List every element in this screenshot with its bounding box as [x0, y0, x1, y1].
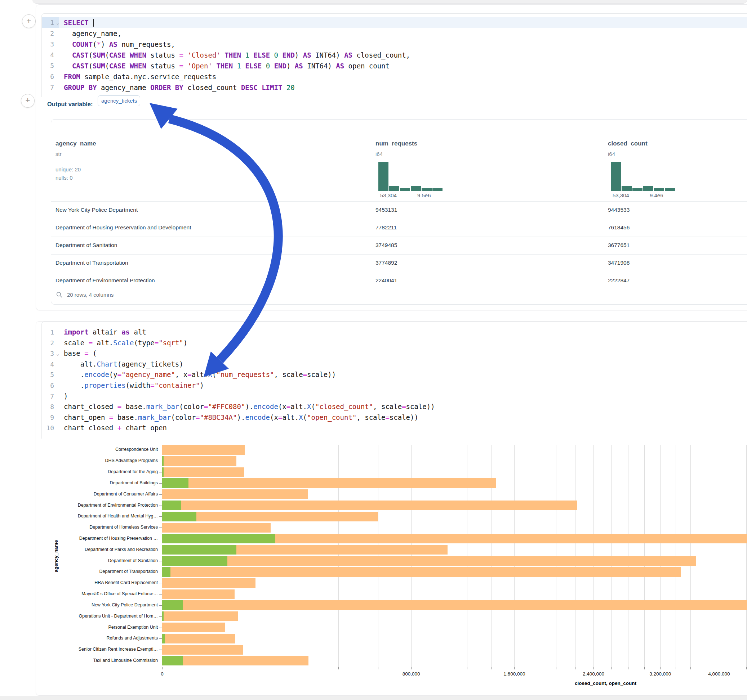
line-number: 10: [42, 423, 59, 433]
histogram-bar: [654, 188, 664, 191]
code-line[interactable]: 8chart_closed = base.mark_bar(color="#FF…: [42, 401, 747, 412]
code-line[interactable]: 7): [42, 391, 747, 402]
code-line[interactable]: 5 CAST(SUM(CASE WHEN status = 'Open' THE…: [42, 60, 747, 71]
cell-num-requests: 2240041: [375, 277, 397, 284]
code-line[interactable]: 2 agency_name,: [42, 28, 747, 39]
dataframe-preview-card: agency_name str unique: 20 nulls: 0 num_…: [51, 119, 747, 305]
histogram-bar: [432, 188, 443, 191]
search-icon[interactable]: [56, 292, 63, 298]
histogram-labels: 53,304 9.4e6: [611, 192, 694, 199]
text-cursor: [93, 19, 94, 27]
cell-agency-name: Department of Housing Preservation and D…: [56, 224, 191, 231]
line-number: 2: [42, 28, 59, 39]
code-text: GROUP BY agency_name ORDER BY closed_cou…: [64, 82, 295, 93]
code-text: chart_open = base.mark_bar(color="#8BC34…: [64, 412, 418, 423]
line-number: 3⌄: [42, 348, 59, 359]
code-line[interactable]: 5 .encode(y="agency_name", x=alt.X("num_…: [42, 370, 747, 380]
cell-closed-count: 9443533: [608, 207, 629, 213]
histogram-num-requests: [378, 162, 444, 191]
code-text: import altair as alt: [64, 327, 146, 338]
line-number: 1: [42, 327, 59, 338]
column-stat-nulls: nulls: 0: [56, 173, 73, 182]
code-line[interactable]: 2scale = alt.Scale(type="sqrt"): [42, 338, 747, 348]
cell-num-requests: 3774892: [375, 259, 397, 266]
line-number: 7: [42, 391, 59, 402]
histogram-bar: [422, 188, 432, 191]
cell-num-requests: 9453131: [375, 207, 397, 213]
code-text: COUNT(*) AS num_requests,: [64, 39, 175, 50]
divider: [41, 111, 747, 111]
histogram-labels: 53,304 9.5e6: [378, 192, 461, 199]
line-number: 6: [42, 71, 59, 82]
cell-agency-name: Department of Transportation: [56, 259, 128, 266]
table-footer[interactable]: 20 rows, 4 columns: [56, 291, 113, 299]
histogram-bar: [389, 186, 399, 191]
cell-num-requests: 7782211: [375, 224, 397, 231]
code-text: .encode(y="agency_name", x=alt.X("num_re…: [64, 370, 336, 380]
python-code-editor[interactable]: 1import altair as alt2scale = alt.Scale(…: [41, 321, 747, 439]
line-number: 1⌄: [42, 17, 59, 28]
code-line[interactable]: 10chart_closed + chart_open: [42, 423, 747, 433]
table-shape-text: 20 rows, 4 columns: [67, 292, 113, 298]
code-text: alt.Chart(agency_tickets): [64, 359, 183, 370]
code-line[interactable]: 6FROM sample_data.nyc.service_requests: [42, 71, 747, 82]
column-type: i64: [608, 151, 615, 157]
histogram-bar: [411, 186, 421, 191]
code-line[interactable]: 6 .properties(width="container"): [42, 380, 747, 391]
table-row: Department of Environmental Protection22…: [51, 272, 747, 290]
line-number: 9: [42, 412, 59, 423]
add-cell-button-middle[interactable]: +: [21, 94, 35, 108]
output-variable-label: Output variable:: [47, 98, 93, 110]
code-line[interactable]: 4 CAST(SUM(CASE WHEN status = 'Closed' T…: [42, 50, 747, 60]
code-text: SELECT: [64, 17, 94, 28]
fold-chevron-icon[interactable]: ⌄: [54, 348, 59, 359]
cell-closed-count: 7618456: [608, 224, 629, 231]
output-variable-input[interactable]: agency_tickets: [98, 95, 140, 106]
cell-closed-count: 3471908: [608, 259, 629, 266]
code-text: base = (: [64, 348, 97, 359]
column-header-agency-name: agency_name: [56, 140, 96, 147]
cell-num-requests: 3749485: [375, 242, 397, 249]
code-line[interactable]: 4 alt.Chart(agency_tickets): [42, 359, 747, 370]
code-line[interactable]: 1import altair as alt: [42, 327, 747, 338]
table-row: Department of Sanitation37494853677651: [51, 237, 747, 255]
code-text: CAST(SUM(CASE WHEN status = 'Open' THEN …: [64, 60, 390, 71]
code-text: agency_name,: [64, 28, 121, 39]
line-number: 2: [42, 338, 59, 348]
column-header-num-requests: num_requests: [375, 140, 417, 147]
code-text: ): [64, 391, 68, 402]
code-line[interactable]: 3 COUNT(*) AS num_requests,: [42, 39, 747, 50]
add-cell-button-top[interactable]: +: [22, 14, 36, 28]
previous-cell-edge: [32, 0, 747, 4]
histogram-closed-count: [611, 162, 676, 191]
line-number: 5: [42, 370, 59, 380]
histogram-bar: [621, 186, 632, 191]
table-row: Department of Transportation377489234719…: [51, 254, 747, 272]
histogram-bar: [643, 186, 653, 191]
cell-agency-name: Department of Environmental Protection: [56, 277, 155, 284]
code-line[interactable]: 7GROUP BY agency_name ORDER BY closed_co…: [42, 82, 747, 93]
column-header-closed-count: closed_count: [608, 140, 647, 147]
table-row: Department of Housing Preservation and D…: [51, 219, 747, 237]
sql-code-editor[interactable]: 1⌄SELECT 2 agency_name,3 COUNT(*) AS num…: [41, 13, 747, 97]
sql-cell-card: 1⌄SELECT 2 agency_name,3 COUNT(*) AS num…: [36, 5, 747, 311]
line-number: 8: [42, 401, 59, 412]
table-row: New York City Police Department945313194…: [51, 201, 747, 219]
code-line[interactable]: 9chart_open = base.mark_bar(color="#8BC3…: [42, 412, 747, 423]
histogram-bar: [400, 188, 410, 191]
code-text: chart_closed + chart_open: [64, 423, 167, 433]
code-text: FROM sample_data.nyc.service_requests: [64, 71, 216, 82]
code-text: CAST(SUM(CASE WHEN status = 'Closed' THE…: [64, 50, 410, 60]
line-number: 5: [42, 60, 59, 71]
histogram-bar: [665, 188, 675, 191]
column-type: str: [56, 151, 62, 157]
code-text: chart_closed = base.mark_bar(color="#FFC…: [64, 401, 435, 412]
fold-chevron-icon[interactable]: ⌄: [54, 18, 59, 29]
code-text: .properties(width="container"): [64, 380, 204, 391]
code-text: scale = alt.Scale(type="sqrt"): [64, 338, 188, 348]
line-number: 6: [42, 380, 59, 391]
line-number: 4: [42, 359, 59, 370]
code-line[interactable]: 1⌄SELECT: [42, 17, 747, 28]
code-line[interactable]: 3⌄base = (: [42, 348, 747, 359]
column-type: i64: [375, 151, 383, 157]
